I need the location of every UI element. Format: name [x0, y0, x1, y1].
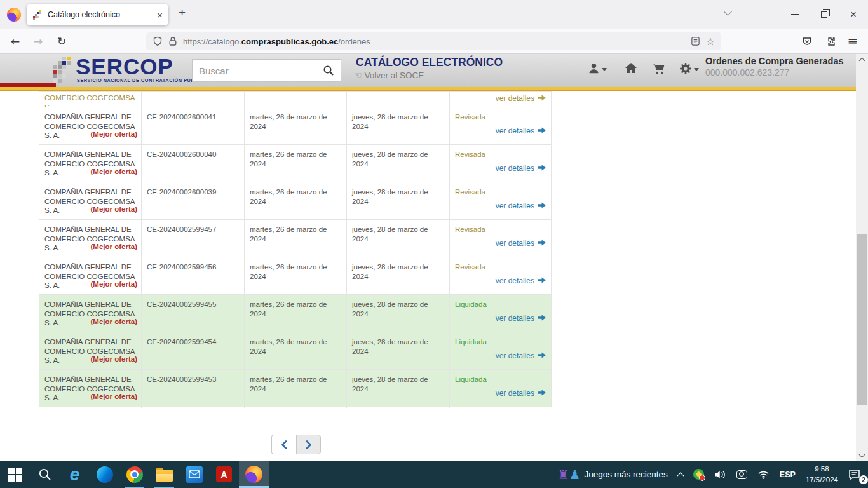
cart-icon — [652, 62, 665, 75]
tab-close-icon[interactable]: × — [157, 10, 163, 20]
search-icon — [323, 65, 334, 76]
acrobat-button[interactable]: A — [209, 461, 239, 488]
cart-button[interactable] — [652, 62, 665, 75]
file-explorer-button[interactable] — [149, 461, 179, 488]
start-button[interactable] — [0, 461, 30, 488]
recent-games-label: Juegos más recientes — [584, 470, 667, 479]
company-name-clipped: COMERCIO COGECOMSA S. — [44, 93, 137, 107]
table-row-partial: COMERCIO COGECOMSA S. A. (Mejor oferta) … — [39, 92, 551, 107]
status-cell: Liquidadaver detalles — [450, 332, 552, 370]
tab-title: Catálogo electrónico — [48, 10, 152, 19]
minimize-button[interactable] — [780, 0, 810, 29]
url-bar[interactable]: https://catalogo.compraspublicas.gob.ec/… — [146, 32, 721, 50]
browser-navbar: ← → ↻ https://catalogo.compraspublicas.g… — [0, 29, 868, 54]
browser-tab[interactable]: Catálogo electrónico × — [27, 4, 168, 25]
delivery-date: jueves, 28 de marzo de 2024 — [347, 370, 450, 408]
arrow-right-icon — [538, 390, 546, 396]
arrow-right-icon — [538, 202, 546, 208]
chevron-left-icon — [281, 440, 287, 449]
delivery-date: jueves, 28 de marzo de 2024 — [347, 295, 450, 333]
catalog-title: CATÁLOGO ELECTRÓNICO — [356, 56, 503, 69]
status-badge: Liquidada — [455, 337, 547, 347]
order-code: CE-20240002599456 — [142, 257, 245, 295]
hand-pointer-icon: ☜ — [354, 70, 362, 80]
mail-button[interactable] — [179, 461, 209, 488]
ver-detalles-link[interactable]: ver detalles — [496, 126, 534, 135]
search-button[interactable] — [316, 59, 341, 82]
restore-button[interactable] — [810, 0, 839, 29]
tray-expand-button[interactable] — [673, 461, 688, 488]
clock[interactable]: 9:5817/5/2024 — [801, 461, 843, 488]
language-indicator[interactable]: ESP — [775, 461, 801, 488]
close-button[interactable]: × — [839, 0, 868, 29]
chrome-icon — [126, 466, 143, 483]
action-center-button[interactable]: 2 — [843, 461, 868, 488]
reload-icon[interactable]: ↻ — [51, 29, 72, 54]
scroll-down-arrow[interactable] — [856, 450, 868, 461]
user-menu-button[interactable] — [588, 62, 607, 74]
firefox-button[interactable] — [239, 461, 269, 488]
best-offer-label: (Mejor oferta) — [91, 392, 137, 402]
status-cell: Revisadaver detalles — [450, 107, 552, 146]
delivery-date: jueves, 28 de marzo de 2024 — [347, 257, 450, 295]
shield-icon[interactable] — [153, 36, 163, 46]
home-button[interactable] — [625, 62, 637, 74]
ver-detalles-link[interactable]: ver detalles — [496, 389, 534, 398]
firefox-logo-icon[interactable] — [7, 8, 21, 22]
tab-list-chevron-icon[interactable] — [724, 8, 732, 16]
ver-detalles-link[interactable]: ver detalles — [496, 164, 534, 173]
prev-page-button[interactable] — [271, 435, 296, 454]
arrow-right-icon — [538, 127, 546, 133]
company-cell: COMPAÑIA GENERAL DE COMERCIO COGECOMSA S… — [39, 257, 142, 295]
antivirus-tray-icon[interactable] — [688, 461, 709, 488]
browser-titlebar: Catálogo electrónico × + × — [0, 0, 868, 29]
chrome-button[interactable] — [119, 461, 149, 488]
sercop-favicon-icon — [32, 10, 43, 20]
ver-detalles-link[interactable]: ver detalles — [496, 276, 534, 285]
ver-detalles-link[interactable]: ver detalles — [496, 351, 534, 360]
order-date: martes, 26 de marzo de 2024 — [245, 332, 347, 370]
settings-menu-button[interactable] — [679, 62, 699, 75]
cast-display-tray-icon[interactable] — [731, 461, 752, 488]
status-cell: ver detalles — [450, 92, 551, 107]
new-tab-button[interactable]: + — [179, 6, 186, 20]
mail-icon — [186, 466, 203, 483]
volume-tray-icon[interactable] — [709, 461, 731, 488]
internet-explorer-button[interactable]: e — [60, 461, 90, 488]
ver-detalles-link[interactable]: ver detalles — [496, 239, 534, 248]
acrobat-icon: A — [216, 466, 232, 482]
bookmark-star-icon[interactable]: ☆ — [706, 36, 715, 48]
ver-detalles-link[interactable]: ver detalles — [496, 201, 534, 210]
search-icon — [38, 468, 51, 481]
scroll-up-arrow[interactable] — [856, 54, 868, 65]
reader-view-icon[interactable] — [691, 36, 700, 46]
orders-table: COMERCIO COGECOMSA S. A. (Mejor oferta) … — [39, 91, 552, 407]
chevron-up-icon — [677, 472, 684, 479]
wifi-tray-icon[interactable] — [752, 461, 775, 488]
back-icon[interactable]: ← — [5, 29, 25, 54]
status-badge: Revisada — [455, 112, 547, 122]
ver-detalles-link[interactable]: ver detalles — [496, 314, 534, 323]
orders-generated-number: 000.000.002.623.277 — [705, 67, 844, 78]
edge-button[interactable] — [90, 461, 119, 488]
date-label: 17/5/2024 — [806, 475, 838, 485]
sercop-wordmark: SERCOP — [76, 54, 173, 79]
search-input[interactable] — [192, 59, 316, 82]
status-cell: Revisadaver detalles — [450, 182, 552, 220]
recent-games-button[interactable]: ♜♟ Juegos más recientes — [556, 461, 673, 488]
chevron-down-icon — [694, 68, 699, 71]
extensions-puzzle-icon[interactable] — [820, 29, 841, 54]
company-cell: COMPAÑIA GENERAL DE COMERCIO COGECOMSA S… — [39, 332, 142, 370]
pocket-icon[interactable] — [797, 29, 817, 54]
page-content: SERCOP SERVICIO NACIONAL DE CONTRATACIÓN… — [0, 54, 856, 461]
company-cell: COMPAÑIA GENERAL DE COMERCIO COGECOMSA S… — [39, 370, 142, 408]
ver-detalles-link[interactable]: ver detalles — [496, 94, 534, 103]
delivery-date: jueves, 28 de marzo de 2024 — [347, 220, 450, 258]
volver-al-soce-link[interactable]: ☜ Volver al SOCE — [354, 70, 424, 80]
next-page-button[interactable] — [296, 435, 321, 454]
taskbar-search-button[interactable] — [30, 461, 60, 488]
menu-hamburger-icon[interactable]: ≡ — [843, 29, 863, 54]
scrollbar-thumb[interactable] — [857, 234, 867, 405]
lock-icon[interactable] — [168, 36, 177, 46]
arrow-right-icon — [538, 352, 546, 358]
